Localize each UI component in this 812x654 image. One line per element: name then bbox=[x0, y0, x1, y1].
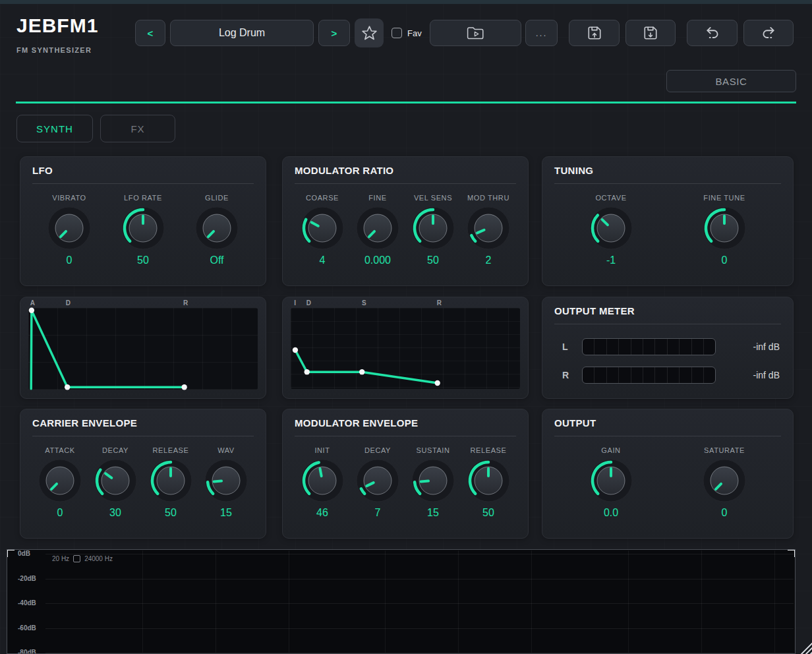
spectrum-db-gridline bbox=[45, 603, 794, 604]
panel-title: CARRIER ENVELOPE bbox=[32, 417, 254, 429]
knob-control[interactable] bbox=[149, 459, 192, 502]
fav-checkbox[interactable] bbox=[392, 28, 402, 38]
knob-value: Off bbox=[210, 254, 223, 266]
knob-control[interactable] bbox=[47, 206, 91, 250]
panel-modulator-envelope-graph: IDSR bbox=[282, 297, 529, 399]
panel-lfo: LFO VIBRATO0LFO RATE50GLIDEOff bbox=[20, 156, 266, 286]
knob-control[interactable] bbox=[38, 459, 82, 502]
env-point[interactable] bbox=[435, 380, 440, 386]
knob-label: VIBRATO bbox=[52, 194, 86, 202]
knob-control[interactable] bbox=[195, 206, 239, 250]
accent-divider bbox=[16, 102, 796, 104]
knob-control[interactable] bbox=[204, 459, 248, 502]
knob-gain: GAIN0.0 bbox=[583, 446, 639, 519]
env-point[interactable] bbox=[293, 347, 298, 353]
panel-title: MODULATOR ENVELOPE bbox=[295, 417, 516, 429]
window-top-strip bbox=[0, 0, 812, 4]
panel-title: MODULATOR RATIO bbox=[295, 165, 516, 176]
spectrum-freq-gridline bbox=[216, 550, 216, 653]
panel-tuning: TUNING OCTAVE-1FINE TUNE0 bbox=[542, 156, 794, 286]
env-point[interactable] bbox=[65, 384, 70, 390]
knob-control[interactable] bbox=[411, 459, 455, 502]
spectrum-db-label: -60dB bbox=[18, 624, 36, 632]
knob-value: 0 bbox=[67, 254, 72, 266]
knob-row: GAIN0.0SATURATE0 bbox=[554, 446, 781, 519]
divider bbox=[295, 436, 516, 436]
meter-value: -inf dB bbox=[753, 370, 781, 380]
view-mode-button[interactable]: BASIC bbox=[666, 70, 796, 92]
carrier-envelope-graph[interactable]: ADR bbox=[28, 308, 258, 390]
knob-value: 50 bbox=[427, 254, 439, 266]
knob-label: LFO RATE bbox=[124, 194, 162, 202]
env-point[interactable] bbox=[29, 308, 34, 313]
envelope-curve[interactable] bbox=[28, 308, 258, 390]
knob-control[interactable] bbox=[467, 459, 510, 502]
spectrum-freq-gridline bbox=[701, 550, 702, 653]
spectrum-db-label: -20dB bbox=[18, 575, 36, 582]
knob-wav: WAV15 bbox=[198, 446, 254, 519]
meter-channel-label: L bbox=[562, 342, 577, 352]
envelope-curve[interactable] bbox=[291, 308, 520, 389]
next-preset-button[interactable]: > bbox=[318, 20, 350, 46]
knob-control[interactable] bbox=[589, 459, 633, 502]
prev-preset-button[interactable]: < bbox=[135, 20, 165, 46]
level-meter-bar bbox=[582, 367, 716, 384]
knob-control[interactable] bbox=[703, 459, 746, 502]
spectrum-freq-gridline bbox=[142, 550, 143, 653]
panel-title: LFO bbox=[32, 165, 254, 176]
knob-label: RELEASE bbox=[153, 446, 189, 454]
meter-channel-label: R bbox=[562, 370, 577, 380]
env-point[interactable] bbox=[181, 384, 187, 390]
preset-name-display[interactable]: Log Drum bbox=[170, 20, 314, 46]
knob-value: 4 bbox=[320, 254, 326, 266]
knob-label: DECAY bbox=[102, 446, 129, 454]
load-preset-button[interactable] bbox=[625, 20, 676, 46]
knob-value: 15 bbox=[220, 507, 232, 519]
knob-init: INIT46 bbox=[295, 446, 350, 519]
knob-label: WAV bbox=[218, 446, 235, 454]
redo-button[interactable] bbox=[743, 20, 794, 46]
preset-browser-button[interactable] bbox=[430, 20, 521, 46]
divider bbox=[32, 183, 254, 184]
knob-control[interactable] bbox=[301, 459, 344, 502]
knob-value: 30 bbox=[109, 507, 121, 519]
modulator-envelope-graph[interactable]: IDSR bbox=[291, 308, 520, 389]
knob-control[interactable] bbox=[703, 206, 746, 250]
knob-vel-sens: VEL SENS50 bbox=[405, 194, 461, 266]
spectrum-freq-gridline bbox=[385, 550, 386, 653]
tab-synth[interactable]: SYNTH bbox=[16, 115, 93, 142]
resize-grip[interactable] bbox=[800, 642, 812, 654]
knob-control[interactable] bbox=[301, 206, 344, 250]
spectrum-freq-gridline bbox=[774, 550, 775, 653]
env-point[interactable] bbox=[359, 369, 364, 374]
undo-button[interactable] bbox=[687, 20, 738, 46]
knob-control[interactable] bbox=[94, 459, 137, 502]
knob-control[interactable] bbox=[356, 206, 399, 250]
spectrum-freq-gridline bbox=[531, 550, 532, 653]
save-preset-button[interactable] bbox=[569, 20, 620, 46]
env-point[interactable] bbox=[304, 369, 310, 374]
more-options-button[interactable]: ... bbox=[525, 20, 558, 46]
spectrum-freq-gridline bbox=[289, 550, 289, 653]
level-meter-bar bbox=[582, 338, 716, 355]
knob-release: RELEASE50 bbox=[461, 446, 516, 519]
knob-value: 15 bbox=[427, 507, 439, 519]
tab-fx[interactable]: FX bbox=[100, 115, 175, 142]
knob-label: FINE bbox=[368, 194, 386, 202]
spectrum-freq-min: 20 Hz bbox=[52, 555, 69, 562]
knob-value: 2 bbox=[486, 254, 492, 266]
panel-title: OUTPUT METER bbox=[554, 305, 781, 316]
knob-control[interactable] bbox=[467, 206, 510, 250]
favorite-star-button[interactable] bbox=[355, 18, 384, 47]
knob-label: VEL SENS bbox=[414, 194, 452, 202]
knob-mod-thru: MOD THRU2 bbox=[461, 194, 516, 266]
knob-vibrato: VIBRATO0 bbox=[42, 194, 97, 266]
knob-control[interactable] bbox=[356, 459, 399, 502]
knob-control[interactable] bbox=[589, 206, 633, 250]
spectrum-analyzer[interactable]: 20 Hz 24000 Hz 0dB-20dB-40dB-60dB-80dB bbox=[7, 549, 796, 654]
knob-control[interactable] bbox=[121, 206, 165, 250]
knob-row: INIT46DECAY7SUSTAIN15RELEASE50 bbox=[295, 446, 516, 519]
spectrum-range-checkbox[interactable] bbox=[73, 555, 80, 562]
knob-control[interactable] bbox=[411, 206, 455, 250]
knob-saturate: SATURATE0 bbox=[697, 446, 752, 519]
